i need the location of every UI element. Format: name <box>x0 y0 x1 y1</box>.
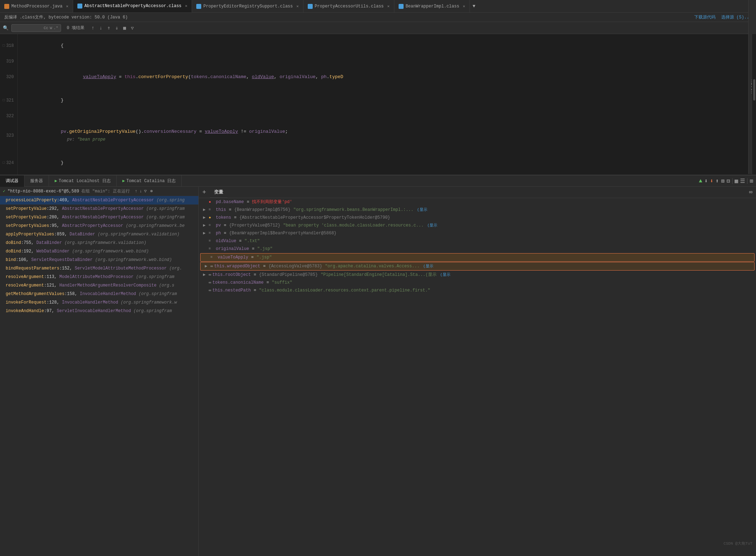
add-variable-button[interactable]: + <box>199 187 210 197</box>
scroll-view-icon[interactable]: ∞ <box>745 188 756 197</box>
show-more-link-wrapped[interactable]: (显示 <box>423 263 433 270</box>
search-bar: 🔍 Cc W .* 0 项结果 ↑ ↓ ⇑ ⇓ ▦ ▽ ✕ <box>0 22 756 34</box>
step-out-icon[interactable]: ⬇ <box>710 178 713 185</box>
java-file-icon <box>4 4 9 9</box>
tab-propertyaccessorutils[interactable]: PropertyAccessorUtils.class ✕ <box>303 0 394 13</box>
frame-item-13[interactable]: invokeAndHandle:97, ServletInvocableHand… <box>0 307 198 315</box>
bottom-panel: 调试器 服务器 ▶ Tomcat Localhost 日志 ▶ Tomcat C… <box>0 175 756 556</box>
frame-item-6[interactable]: doBind:192, WebDataBinder (org.springfra… <box>0 247 198 256</box>
tab-debugger-label: 调试器 <box>6 178 18 184</box>
class-file-icon2 <box>196 4 201 9</box>
var-item-pv[interactable]: ▶ ≡ pv = {PropertyValue@5712} "bean prop… <box>199 222 756 229</box>
frame-item-4[interactable]: applyPropertyValues:859, DataBinder (org… <box>0 230 198 239</box>
frame-item-5[interactable]: doBind:755, DataBinder (org.springframew… <box>0 239 198 247</box>
var-item-canonicalname[interactable]: ∞ tokens.canonicalName = "suffix" <box>199 279 756 287</box>
var-item-this[interactable]: ▶ ≡ this = {BeanWrapperImpl@5756} "org.s… <box>199 206 756 214</box>
search-input[interactable] <box>14 26 42 31</box>
tab-debugger[interactable]: 调试器 <box>0 175 24 187</box>
infinity-icon4: ∞ <box>209 287 211 294</box>
tab-label: PropertyAccessorUtils.class <box>315 4 384 9</box>
var-item-wrappedobject[interactable]: ▶ ∞ this.wrappedObject = {AccessLogValve… <box>200 262 755 271</box>
search-all-prev-button[interactable]: ⇑ <box>106 25 111 31</box>
select-source-button[interactable]: 选择源 (S)... <box>721 14 752 20</box>
show-more-link-pv[interactable]: (显示 <box>427 222 438 229</box>
code-line-321: □ 321 } <box>0 89 756 112</box>
thread-up-button[interactable]: ↑ <box>135 189 137 194</box>
tab-beanwrapperimpl[interactable]: BeanWrapperImpl.class ✕ <box>394 0 470 13</box>
equals-icon4: ≡ <box>209 238 214 245</box>
tab-close-icon[interactable]: ✕ <box>185 4 187 8</box>
thread-stop-button[interactable]: ⊗ <box>150 189 153 194</box>
var-item-oldvalue[interactable]: ≡ oldValue = ".txt" <box>199 237 756 245</box>
search-icon: 🔍 <box>3 25 9 31</box>
thread-running-icon: ✓ <box>3 189 5 194</box>
thread-name: "http-nio-8088-exec-6"@5,589 <box>7 189 79 194</box>
tab-close-icon[interactable]: ✕ <box>296 4 299 9</box>
tab-tomcat-catalina[interactable]: ▶ Tomcat Catalina 日志 <box>117 175 182 187</box>
line-folding-318: □ <box>2 42 5 50</box>
evaluate-icon[interactable]: ⊞ <box>721 178 724 185</box>
var-item-pd-basename[interactable]: ● pd.baseName = 找不到局部变量'pd' <box>199 198 756 206</box>
tab-bar: MethodProcessor.java ✕ AbstractNestableP… <box>0 0 756 13</box>
var-item-originalvalue[interactable]: ≡ originalValue = ".jsp" <box>199 245 756 253</box>
tab-server[interactable]: 服务器 <box>24 175 49 187</box>
step-over-down-icon[interactable]: ⬇ <box>705 178 708 185</box>
infinity-icon: ∞ <box>210 263 213 270</box>
code-line-319: 319 <box>0 58 756 65</box>
search-in-selection-button[interactable]: ▦ <box>122 25 127 31</box>
show-more-link-root[interactable]: (显示 <box>440 271 450 278</box>
layout2-icon[interactable]: ☰ <box>740 178 745 185</box>
frame-item-2[interactable]: setPropertyValue:280, AbstractNestablePr… <box>0 213 198 222</box>
line-folding-324: □ <box>2 159 5 167</box>
frame-item-11[interactable]: getMethodArgumentValues:158, InvocableHa… <box>0 290 198 298</box>
tab-propertyeditor[interactable]: PropertyEditorRegistrySupport.class ✕ <box>192 0 303 13</box>
tab-overflow-button[interactable]: ▼ <box>470 4 478 9</box>
frame-item-8[interactable]: bindRequestParameters:152, ServletModelA… <box>0 264 198 273</box>
tab-abstractnestable[interactable]: AbstractNestablePropertyAccessor.class ✕ <box>73 0 192 13</box>
search-prev-button[interactable]: ↑ <box>90 25 95 31</box>
var-item-tokens[interactable]: ▶ ● tokens = {AbstractNestablePropertyAc… <box>199 214 756 222</box>
tab-close-icon[interactable]: ✕ <box>66 4 69 9</box>
search-all-next-button[interactable]: ⇓ <box>114 25 119 31</box>
var-item-ph[interactable]: ▶ ≡ ph = {BeanWrapperImpl$BeanPropertyHa… <box>199 229 756 237</box>
thread-group: 在组 "main": 正在运行 <box>81 188 130 194</box>
step-up-icon[interactable]: ⬆ <box>716 178 719 185</box>
layout-mode-icon[interactable]: ⊞ <box>750 178 753 185</box>
frame-item-12[interactable]: invokeForRequest:128, InvocableHandlerMe… <box>0 298 198 307</box>
variables-panel: + 变量 ∞ ● pd.baseName = 找不到局部变量'pd' <box>199 187 756 556</box>
tab-close-icon[interactable]: ✕ <box>387 4 390 9</box>
var-item-valuetoapply[interactable]: ≡ valueToApply = ".jsp" <box>200 253 755 262</box>
frame-item-9[interactable]: resolveArgument:113, ModelAttributeMetho… <box>0 273 198 281</box>
search-filter-button[interactable]: ▽ <box>130 25 135 31</box>
download-source-button[interactable]: 下载源代码 <box>694 14 716 20</box>
info-bar-text: 反编译 .class文件, bytecode version: 50.0 (Ja… <box>4 14 128 20</box>
tab-server-label: 服务器 <box>30 178 43 184</box>
tab-close-icon[interactable]: ✕ <box>463 4 465 9</box>
search-next-button[interactable]: ↓ <box>98 25 103 31</box>
tomcat-localhost-icon: ▶ <box>55 178 57 184</box>
var-item-rootobject[interactable]: ▶ ∞ this.rootObject = {StandardPipeline@… <box>199 271 756 279</box>
search-input-wrap[interactable]: Cc W .* <box>11 24 61 32</box>
frame-item-10[interactable]: resolveArgument:121, HandlerMethodArgume… <box>0 281 198 290</box>
layout-icon[interactable]: ▦ <box>735 178 738 185</box>
thread-filter-button[interactable]: ▽ <box>144 189 147 194</box>
frame-item-1[interactable]: setPropertyValue:292, AbstractNestablePr… <box>0 205 198 213</box>
tab-label: BeanWrapperImpl.class <box>406 4 459 9</box>
tab-tomcat-localhost[interactable]: ▶ Tomcat Localhost 日志 <box>49 175 117 187</box>
frames-list: processLocalProperty:469, AbstractNestab… <box>0 196 198 556</box>
info-bar: 反编译 .class文件, bytecode version: 50.0 (Ja… <box>0 13 756 22</box>
var-item-nestedpath[interactable]: ∞ this.nestedPath = "class.module.classL… <box>199 287 756 294</box>
search-result-count: 0 项结果 <box>64 25 87 31</box>
code-line-322: 322 <box>0 112 756 120</box>
frame-item-0[interactable]: processLocalProperty:469, AbstractNestab… <box>0 196 198 205</box>
thread-down-button[interactable]: ↓ <box>139 189 142 194</box>
equals-icon3: ≡ <box>209 230 214 237</box>
maven-sidebar[interactable]: Maven <box>748 0 756 13</box>
more-icon[interactable]: ⊟ <box>727 178 730 185</box>
tab-methodprocessor[interactable]: MethodProcessor.java ✕ <box>0 0 73 13</box>
frame-item-3[interactable]: setPropertyValues:95, AbstractPropertyAc… <box>0 222 198 230</box>
code-content-318: { <box>18 34 756 58</box>
frame-item-7[interactable]: bind:106, ServletRequestDataBinder (org.… <box>0 256 198 264</box>
show-more-link-this[interactable]: (显示 <box>417 206 427 213</box>
resume-icon[interactable]: ▲ <box>699 178 702 184</box>
